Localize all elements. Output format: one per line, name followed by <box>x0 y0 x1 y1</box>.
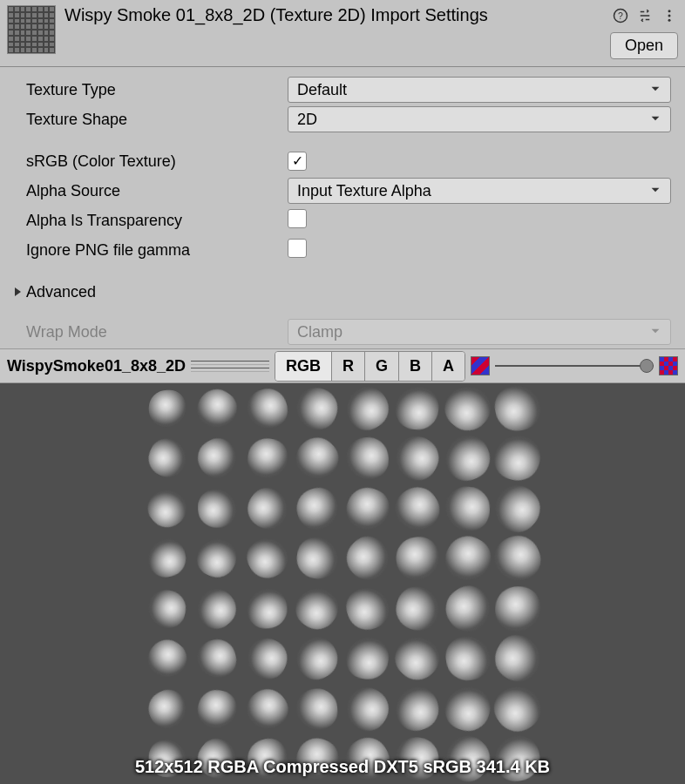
advanced-label: Advanced <box>26 283 96 301</box>
mip-slider[interactable] <box>495 365 654 367</box>
alpha-source-dropdown[interactable]: Input Texture Alpha <box>288 178 671 204</box>
texture-atlas <box>142 383 543 784</box>
preview-asset-name: WispySmoke01_8x8_2D <box>7 357 186 375</box>
alpha-source-label: Alpha Source <box>26 182 288 200</box>
preview-alpha-toggle[interactable] <box>659 356 678 375</box>
svg-point-4 <box>668 18 671 21</box>
wrap-mode-value: Clamp <box>297 323 342 341</box>
asset-thumbnail <box>7 5 56 54</box>
alpha-is-transparency-checkbox[interactable] <box>288 209 307 228</box>
texture-shape-dropdown[interactable]: 2D <box>288 106 671 132</box>
mip-slider-handle[interactable] <box>640 359 654 373</box>
channel-rgb[interactable]: RGB <box>275 352 332 381</box>
svg-point-3 <box>668 14 671 17</box>
svg-point-2 <box>668 10 671 12</box>
channel-a[interactable]: A <box>432 352 465 381</box>
wrap-mode-dropdown[interactable]: Clamp <box>288 319 671 345</box>
inspector-title: Wispy Smoke 01_8x8_2D (Texture 2D) Impor… <box>64 5 605 25</box>
chevron-down-icon <box>649 111 661 129</box>
import-settings-form: Texture Type Default Texture Shape 2D sR… <box>0 67 685 346</box>
inspector-header: Wispy Smoke 01_8x8_2D (Texture 2D) Impor… <box>0 0 685 63</box>
channel-selector: RGB R G B A <box>275 351 465 382</box>
help-icon[interactable]: ? <box>612 7 629 24</box>
channel-b[interactable]: B <box>399 352 432 381</box>
preview-drag-handle[interactable] <box>191 361 269 372</box>
svg-text:?: ? <box>618 10 623 20</box>
texture-type-label: Texture Type <box>26 81 288 99</box>
chevron-down-icon <box>649 323 661 341</box>
srgb-label: sRGB (Color Texture) <box>26 152 288 171</box>
channel-r[interactable]: R <box>332 352 365 381</box>
alpha-source-value: Input Texture Alpha <box>297 182 431 200</box>
texture-preview-panel: WispySmoke01_8x8_2D RGB R G B A 512x512 … <box>0 348 685 784</box>
open-button[interactable]: Open <box>610 32 678 59</box>
texture-shape-value: 2D <box>297 111 317 129</box>
preview-info-text: 512x512 RGBA Compressed DXT5 sRGB 341.4 … <box>0 757 685 777</box>
context-menu-icon[interactable] <box>661 7 678 24</box>
srgb-checkbox[interactable] <box>288 152 307 171</box>
preview-header: WispySmoke01_8x8_2D RGB R G B A <box>0 348 685 383</box>
chevron-down-icon <box>649 182 661 200</box>
advanced-foldout[interactable]: Advanced <box>5 278 678 306</box>
preview-viewport[interactable]: 512x512 RGBA Compressed DXT5 sRGB 341.4 … <box>0 383 685 784</box>
chevron-down-icon <box>649 81 661 99</box>
wrap-mode-label: Wrap Mode <box>26 323 288 341</box>
preset-icon[interactable] <box>636 7 654 24</box>
preview-background-toggle[interactable] <box>471 356 490 375</box>
channel-g[interactable]: G <box>365 352 399 381</box>
ignore-png-gamma-checkbox[interactable] <box>288 239 307 258</box>
texture-type-dropdown[interactable]: Default <box>288 77 671 103</box>
alpha-is-transparency-label: Alpha Is Transparency <box>26 212 288 230</box>
ignore-png-gamma-label: Ignore PNG file gamma <box>26 241 288 260</box>
texture-type-value: Default <box>297 81 347 99</box>
texture-shape-label: Texture Shape <box>26 111 288 129</box>
